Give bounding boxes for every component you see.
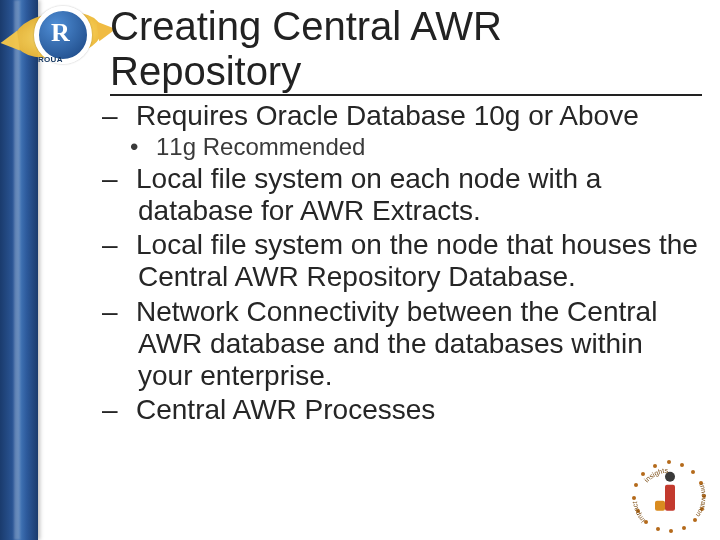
ring-text-bottom: impact — [631, 501, 646, 524]
dash-icon: – — [120, 394, 136, 426]
dash-icon: – — [120, 100, 136, 132]
svg-text:insights: insights — [643, 467, 669, 484]
sub-bullet-text: 11g Recommended — [156, 133, 365, 160]
dot-icon: • — [144, 133, 156, 161]
bullet-text: Network Connectivity between the Central… — [136, 296, 657, 391]
bullet-processes: –Central AWR Processes — [120, 394, 702, 426]
content-area: Creating Central AWR Repository –Require… — [110, 4, 702, 528]
logo-caption: ROUA — [38, 55, 63, 64]
header-logo: R ROUA — [8, 0, 108, 78]
side-rail — [0, 0, 38, 540]
corner-logo: insights innovation impact — [630, 460, 708, 532]
svg-text:innovation: innovation — [695, 482, 708, 518]
bullet-requires: –Requires Oracle Database 10g or Above — [120, 100, 702, 132]
bullet-local-central: –Local file system on the node that hous… — [120, 229, 702, 293]
bullet-text: Local file system on each node with a da… — [136, 163, 601, 226]
ring-letter: R — [37, 9, 84, 56]
bullet-text: Local file system on the node that house… — [136, 229, 698, 292]
bullet-network: –Network Connectivity between the Centra… — [120, 296, 702, 393]
ring-text-right: innovation — [695, 482, 708, 518]
dash-icon: – — [120, 296, 136, 328]
body-text: –Requires Oracle Database 10g or Above •… — [110, 100, 702, 427]
bullet-text: Requires Oracle Database 10g or Above — [136, 100, 639, 131]
bullet-local-extract: –Local file system on each node with a d… — [120, 163, 702, 227]
corner-text-ring: insights innovation impact — [630, 460, 708, 532]
svg-text:impact: impact — [631, 501, 646, 524]
dash-icon: – — [120, 229, 136, 261]
dash-icon: – — [120, 163, 136, 195]
slide: R ROUA Creating Central AWR Repository –… — [0, 0, 720, 540]
ring-text-top: insights — [643, 467, 669, 484]
slide-title: Creating Central AWR Repository — [110, 4, 702, 96]
sub-bullet-11g: •11g Recommended — [144, 133, 702, 161]
bullet-text: Central AWR Processes — [136, 394, 435, 425]
